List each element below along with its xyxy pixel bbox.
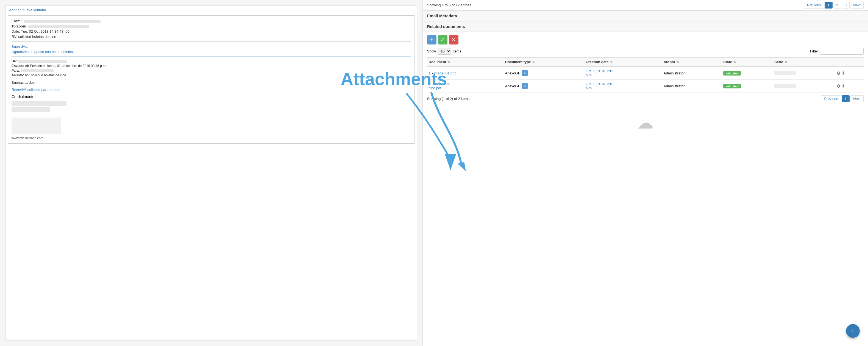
forwarded-sent: Enviado el: Enviado el: lunes, 01 de oct… (11, 64, 411, 68)
greeting-line2: Agradezco su apoyo con estas boletas. (11, 50, 411, 54)
top-showing-text: Showing 1 to 5 of 12 entries (427, 3, 471, 7)
related-documents-content: + ✓ ✕ Show 10 25 50 items Filter (423, 32, 868, 141)
sort-document-icon[interactable]: ⇅ (448, 61, 450, 64)
row1-type-text: AnexoGH (505, 71, 521, 75)
reenvio-link[interactable]: ReenvíÃ³ solicitud para tramite (11, 88, 60, 92)
email-from-field: From: (11, 19, 411, 23)
signature-blurred-2 (11, 107, 50, 112)
upload-area: ☁ (427, 108, 864, 138)
row1-edit-button[interactable]: ✎ (522, 70, 528, 76)
website-text: www.miclinicavip.com (11, 136, 411, 140)
email-left-panel: Abrir en nueva ventana From: To:zoom Dat… (5, 5, 417, 341)
col-state-label: State (723, 60, 732, 64)
sort-author-icon[interactable]: ⇅ (677, 61, 679, 64)
forwarded-from-label: De: (11, 59, 18, 63)
row2-serie-blurred (774, 84, 796, 88)
email-date-field: Date: Tue, 02 Oct 2018 14:34:48 -05 (11, 29, 411, 33)
items-label: items (453, 49, 461, 53)
col-state: State ⇅ (722, 58, 773, 67)
row2-date-text: Oct. 2, 2018, 3:01p.m. (586, 82, 614, 90)
show-items-control: Show 10 25 50 items (427, 48, 462, 55)
row1-date: Oct. 2, 2018, 3:01p.m. (584, 66, 662, 80)
filter-input[interactable] (820, 48, 864, 55)
top-pagination-controls: Previous 1 2 3 Next (804, 2, 864, 8)
show-count-select[interactable]: 10 25 50 (438, 48, 451, 55)
bottom-previous-btn[interactable]: Previous (821, 95, 841, 102)
show-label: Show (427, 49, 436, 53)
col-actions (835, 58, 864, 67)
bottom-showing-text: Showing (1 of 2) of 2 items (427, 97, 470, 101)
row2-state: validated (722, 80, 773, 93)
bottom-page-1-btn[interactable]: 1 (842, 95, 849, 102)
col-document-label: Document (429, 60, 446, 64)
subject-text: RV: solicitud boletas de cine (11, 35, 56, 39)
sort-serie-icon[interactable]: ⇅ (785, 61, 787, 64)
top-page-2-btn[interactable]: 2 (833, 2, 841, 8)
row1-state-badge: validated (723, 71, 741, 75)
row1-actions: ⚙ ⬇ (835, 66, 864, 80)
row1-gear-button[interactable]: ⚙ (836, 70, 840, 76)
fab-add-button[interactable]: + (846, 324, 860, 338)
row1-download-button[interactable]: ⬇ (841, 70, 845, 76)
email-divider-1 (11, 41, 411, 42)
signature-block: Cordialmente www.miclinicavip.com (11, 94, 411, 140)
sort-state-icon[interactable]: ⇅ (734, 61, 736, 64)
row2-document: 2 - boletas decine.pdf (427, 80, 503, 93)
row1-author: Administrator (662, 66, 722, 80)
top-next-btn[interactable]: Next (850, 2, 864, 8)
forwarded-sent-label: Enviado el: (11, 64, 30, 68)
row1-state: validated (722, 66, 773, 80)
forwarded-subject-text: RV: solicitud boletas de cine (25, 73, 66, 77)
email-content: From: To:zoom Date: Tue, 02 Oct 2018 14:… (8, 15, 414, 144)
bottom-pagination: Showing (1 of 2) of 2 items Previous 1 N… (427, 93, 864, 105)
cloud-upload-icon: ☁ (637, 113, 653, 132)
forwarded-to: Para: (11, 69, 411, 72)
row2-actions: ⚙ ⬇ (835, 80, 864, 93)
row1-type: AnexoGH ✎ (503, 66, 584, 80)
row2-edit-button[interactable]: ✎ (522, 83, 528, 89)
table-controls: Show 10 25 50 items Filter (427, 48, 864, 55)
email-metadata-header: Email Metadata (423, 10, 868, 21)
col-document-type: Document type ⇅ (503, 58, 584, 67)
row1-doc-link[interactable]: image001.png (434, 71, 456, 75)
top-page-3-btn[interactable]: 3 (842, 2, 849, 8)
row2-gear-button[interactable]: ⚙ (836, 84, 840, 89)
top-previous-btn[interactable]: Previous (804, 2, 824, 8)
bottom-next-btn[interactable]: Next (850, 95, 864, 102)
email-to-field: To:zoom (11, 24, 411, 28)
documents-table: Document ⇅ Document type ⇅ Creation date… (427, 57, 864, 93)
row1-type-cell: AnexoGH ✎ (505, 70, 583, 76)
signature-image-blurred (11, 118, 61, 134)
row2-number: 2 - (429, 82, 434, 86)
confirm-button[interactable]: ✓ (438, 35, 447, 44)
filter-box: Filter (810, 48, 864, 55)
date-text: Date: Tue, 02 Oct 2018 14:34:48 -05 (11, 29, 69, 33)
row1-document: 1 - image001.png (427, 66, 503, 80)
col-document-type-label: Document type (505, 60, 531, 64)
sort-date-icon[interactable]: ⇅ (610, 61, 612, 64)
row1-date-text: Oct. 2, 2018, 3:01p.m. (586, 69, 614, 77)
row2-download-button[interactable]: ⬇ (841, 84, 845, 89)
to-label: To:zoom (11, 24, 26, 28)
table-row: 1 - image001.png AnexoGH ✎ Oct. 2, 2018,… (427, 66, 864, 80)
filter-label: Filter (810, 49, 818, 53)
col-serie-label: Serie (774, 60, 783, 64)
delete-button[interactable]: ✕ (449, 35, 459, 44)
related-documents-header: Related documents (423, 21, 868, 32)
open-new-window-link[interactable]: Abrir en nueva ventana (6, 6, 417, 14)
sort-type-icon[interactable]: ⇅ (532, 61, 534, 64)
row2-state-badge: validated (723, 84, 741, 88)
buenas-tardes: Buenas tardes (11, 81, 411, 85)
col-creation-date: Creation date ⇅ (584, 58, 662, 67)
to-blurred (27, 24, 89, 28)
from-label: From: (11, 19, 22, 23)
from-blurred (23, 19, 100, 23)
add-document-button[interactable]: + (427, 35, 436, 44)
row2-date: Oct. 2, 2018, 3:01p.m. (584, 80, 662, 93)
forwarded-from: De: (11, 59, 411, 63)
col-serie: Serie ⇅ (773, 58, 835, 67)
row1-serie (773, 66, 835, 80)
email-subject-field: RV: solicitud boletas de cine (11, 35, 411, 39)
top-page-1-btn[interactable]: 1 (825, 2, 833, 8)
top-pagination-bar: Showing 1 to 5 of 12 entries Previous 1 … (423, 0, 868, 10)
